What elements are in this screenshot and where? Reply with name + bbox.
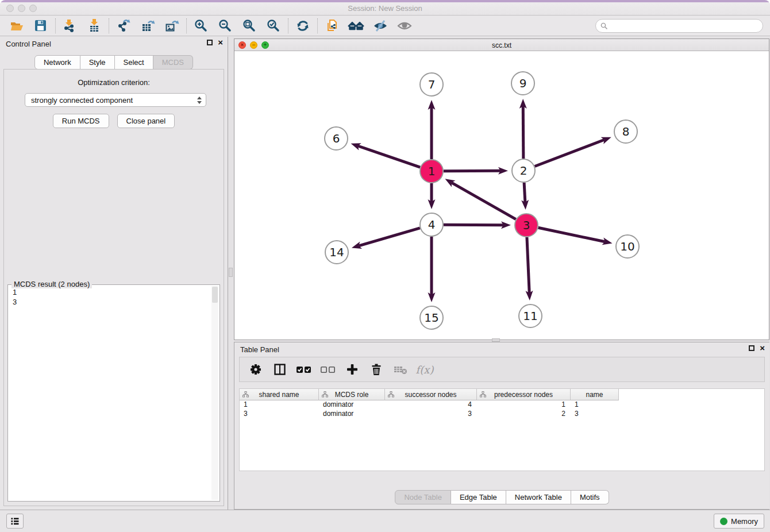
import-table-icon[interactable] xyxy=(82,17,106,34)
optimization-criterion-label: Optimization criterion: xyxy=(4,78,224,87)
search-field[interactable] xyxy=(595,19,763,33)
result-scrollbar[interactable] xyxy=(211,286,218,500)
table-settings-icon[interactable] xyxy=(247,360,265,379)
tab-select[interactable]: Select xyxy=(115,55,153,70)
column-header-name[interactable]: name xyxy=(571,389,619,400)
float-table-panel-icon[interactable] xyxy=(749,345,754,351)
delete-table-icon[interactable] xyxy=(391,360,410,379)
graph-node-label: 14 xyxy=(329,245,344,259)
selected-option: strongly connected component xyxy=(31,96,133,105)
graph-node-label: 9 xyxy=(519,76,527,90)
graph-edge-2-8[interactable] xyxy=(535,140,605,166)
vertical-splitter-handle[interactable] xyxy=(229,268,233,277)
save-session-icon[interactable] xyxy=(29,17,53,34)
close-panel-icon[interactable]: × xyxy=(218,40,223,45)
home-icon[interactable] xyxy=(344,17,368,34)
close-table-panel-icon[interactable]: × xyxy=(760,345,765,351)
network-close-icon[interactable]: × xyxy=(238,41,246,49)
graph-node-label: 1 xyxy=(428,164,436,178)
app-window: Session: New Session xyxy=(0,0,770,532)
optimization-criterion-select[interactable]: strongly connected component xyxy=(25,93,206,107)
control-panel-tabs: Network Style Select MCDS xyxy=(0,55,228,70)
table-panel: Table Panel × xyxy=(234,342,769,510)
tab-node-table[interactable]: Node Table xyxy=(395,490,451,504)
graph-edge-4-14[interactable] xyxy=(359,228,419,246)
open-session-icon[interactable] xyxy=(5,17,29,34)
column-header-shared-name[interactable]: shared name xyxy=(240,389,319,400)
select-all-columns-icon[interactable] xyxy=(295,360,313,379)
add-column-icon[interactable] xyxy=(343,360,361,379)
graph-edge-3-11[interactable] xyxy=(527,237,529,293)
memory-label: Memory xyxy=(731,517,758,526)
network-maximize-icon[interactable]: + xyxy=(261,41,269,49)
export-network-icon[interactable] xyxy=(111,17,136,34)
function-builder-icon[interactable]: f(x) xyxy=(415,360,434,379)
mcds-result-box: MCDS result (2 nodes) 1 3 xyxy=(7,284,220,502)
search-icon xyxy=(600,22,608,30)
zoom-out-icon[interactable] xyxy=(213,17,237,34)
window-title: Session: New Session xyxy=(0,4,770,13)
column-header-successor-nodes[interactable]: successor nodes xyxy=(385,389,477,400)
toolbar-separator xyxy=(317,18,318,33)
table-header-row: shared nameMCDS rolesuccessor nodesprede… xyxy=(240,389,764,400)
toolbar-separator xyxy=(109,18,109,33)
graph-node-label: 4 xyxy=(428,218,436,232)
network-graph-canvas[interactable]: 7968124314101511 xyxy=(234,51,769,340)
task-history-button[interactable] xyxy=(6,514,24,529)
zoom-in-icon[interactable] xyxy=(189,17,213,34)
main-toolbar xyxy=(0,16,770,36)
run-mcds-button[interactable]: Run MCDS xyxy=(53,114,109,128)
network-window-titlebar[interactable]: × − + scc.txt xyxy=(234,39,769,51)
tab-mcds[interactable]: MCDS xyxy=(153,55,193,70)
node-table: shared nameMCDS rolesuccessor nodesprede… xyxy=(239,388,765,471)
duplicate-network-icon[interactable] xyxy=(320,17,344,34)
tab-motifs[interactable]: Motifs xyxy=(571,490,609,504)
table-row[interactable]: 3dominator323 xyxy=(240,410,764,419)
graph-edge-3-1[interactable] xyxy=(452,183,516,219)
tab-style[interactable]: Style xyxy=(80,55,115,70)
zoom-fit-icon[interactable] xyxy=(237,17,261,34)
control-panel: Control Panel × Network Style Select MCD… xyxy=(0,37,228,510)
graph-edge-2-3[interactable] xyxy=(524,183,525,202)
select-stepper-icon xyxy=(197,96,202,106)
graph-edge-4-3[interactable] xyxy=(444,225,503,225)
graph-edge-1-2[interactable] xyxy=(444,171,500,171)
table-toolbar: f(x) xyxy=(239,357,765,382)
column-header-predecessor-nodes[interactable]: predecessor nodes xyxy=(477,389,571,400)
graph-node-label: 3 xyxy=(523,218,530,232)
toolbar-separator xyxy=(55,18,56,33)
control-panel-header: Control Panel × xyxy=(0,37,228,51)
mcds-panel: Optimization criterion: strongly connect… xyxy=(3,69,224,506)
apply-layout-icon[interactable] xyxy=(291,17,315,34)
graph-edge-1-6[interactable] xyxy=(358,146,420,167)
delete-columns-icon[interactable] xyxy=(367,360,386,379)
hide-selected-icon[interactable] xyxy=(368,17,392,34)
network-view-window: × − + scc.txt 7968124314101511 xyxy=(234,38,769,340)
close-panel-button[interactable]: Close panel xyxy=(117,114,175,128)
tab-edge-table[interactable]: Edge Table xyxy=(451,490,506,504)
import-network-icon[interactable] xyxy=(58,17,82,34)
titlebar: Session: New Session xyxy=(0,0,770,16)
memory-status-icon xyxy=(720,518,727,525)
graph-node-label: 11 xyxy=(523,309,537,323)
search-input[interactable] xyxy=(611,22,758,30)
export-table-icon[interactable] xyxy=(136,17,160,34)
title-strip xyxy=(0,0,770,2)
deselect-all-columns-icon[interactable] xyxy=(319,360,337,379)
network-minimize-icon[interactable]: − xyxy=(250,41,257,49)
table-row[interactable]: 1dominator411 xyxy=(240,400,764,410)
tab-network[interactable]: Network xyxy=(34,55,80,70)
table-panel-title: Table Panel xyxy=(240,345,279,354)
tab-network-table[interactable]: Network Table xyxy=(506,490,571,504)
memory-button[interactable]: Memory xyxy=(714,514,764,529)
graph-edge-3-10[interactable] xyxy=(538,228,605,241)
graph-edge-2-9[interactable] xyxy=(523,106,523,159)
zoom-selected-icon[interactable] xyxy=(261,17,286,34)
graph-node-label: 6 xyxy=(333,132,340,145)
show-column-panel-icon[interactable] xyxy=(271,360,289,379)
export-image-icon[interactable] xyxy=(160,17,184,34)
mcds-result-list[interactable]: 1 3 xyxy=(13,287,210,499)
float-panel-icon[interactable] xyxy=(207,40,213,45)
column-header-MCDS-role[interactable]: MCDS role xyxy=(319,389,385,400)
show-all-icon[interactable] xyxy=(392,17,417,34)
